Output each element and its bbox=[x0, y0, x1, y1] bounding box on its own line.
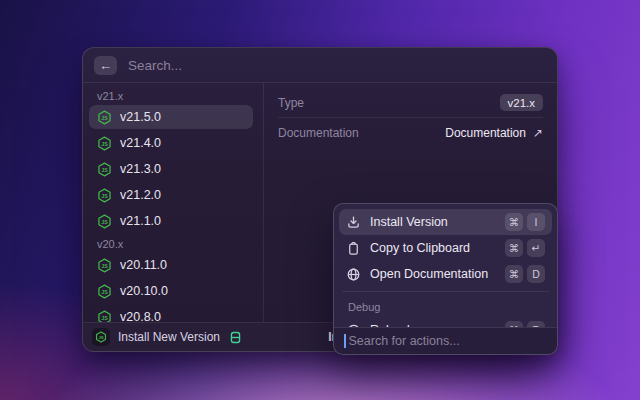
svg-text:JS: JS bbox=[101, 262, 108, 268]
nodejs-icon: JS bbox=[97, 258, 112, 273]
version-list: v21.x JS v21.5.0 JS v21.4.0 JS v21.3.0 bbox=[83, 83, 263, 322]
search-header: ← bbox=[83, 48, 557, 83]
debug-section-header: Debug bbox=[339, 296, 552, 317]
command-title: Install New Version bbox=[118, 330, 220, 344]
type-value-badge: v21.x bbox=[500, 94, 544, 111]
search-input[interactable] bbox=[128, 58, 546, 73]
nodejs-icon: JS bbox=[97, 214, 112, 229]
svg-text:JS: JS bbox=[101, 218, 108, 224]
install-drive-icon bbox=[228, 330, 243, 345]
shortcut-keys: ⌘ ↵ bbox=[505, 239, 545, 257]
version-label: v20.10.0 bbox=[120, 284, 168, 298]
svg-text:JS: JS bbox=[101, 140, 108, 146]
command-palette-window: ← v21.x JS v21.5.0 JS v21.4.0 JS bbox=[82, 47, 558, 352]
svg-text:JS: JS bbox=[101, 192, 108, 198]
list-item-version[interactable]: JS v21.5.0 bbox=[89, 105, 253, 129]
action-label: Copy to Clipboard bbox=[370, 241, 470, 255]
version-label: v21.1.0 bbox=[120, 214, 161, 228]
list-item-version[interactable]: JS v20.8.0 bbox=[89, 305, 253, 322]
download-icon bbox=[346, 215, 361, 230]
actions-list: Install Version ⌘ I Copy to Clipboard ⌘ … bbox=[334, 204, 557, 327]
version-label: v20.11.0 bbox=[120, 258, 167, 272]
key-d: D bbox=[527, 265, 545, 283]
action-item-install-version[interactable]: Install Version ⌘ I bbox=[339, 209, 552, 235]
list-item-version[interactable]: JS v21.4.0 bbox=[89, 131, 253, 155]
version-label: v21.3.0 bbox=[120, 162, 161, 176]
action-label: Open Documentation bbox=[370, 267, 488, 281]
clipboard-icon bbox=[346, 241, 361, 256]
actions-search-placeholder: Search for actions... bbox=[349, 334, 460, 348]
version-label: v21.5.0 bbox=[120, 110, 161, 124]
metadata-row-type: Type v21.x bbox=[278, 90, 543, 115]
extension-icon: JS bbox=[92, 328, 110, 346]
action-label: Install Version bbox=[370, 215, 448, 229]
command-key: ⌘ bbox=[505, 265, 523, 283]
nodejs-icon: JS bbox=[97, 284, 112, 299]
svg-text:JS: JS bbox=[98, 335, 103, 340]
type-label: Type bbox=[278, 96, 304, 110]
actions-overlay-panel: Install Version ⌘ I Copy to Clipboard ⌘ … bbox=[333, 203, 558, 355]
list-item-version[interactable]: JS v20.11.0 bbox=[89, 253, 253, 277]
list-item-version[interactable]: JS v21.1.0 bbox=[89, 209, 253, 233]
section-header-v20: v20.x bbox=[89, 235, 253, 253]
metadata-row-documentation: Documentation Documentation ↗ bbox=[278, 120, 543, 145]
version-label: v21.4.0 bbox=[120, 136, 161, 150]
action-item-reload[interactable]: Reload ⌘ R bbox=[339, 317, 552, 327]
list-item-version[interactable]: JS v20.10.0 bbox=[89, 279, 253, 303]
svg-text:JS: JS bbox=[101, 314, 108, 320]
nodejs-icon: JS bbox=[97, 188, 112, 203]
back-arrow-icon: ← bbox=[99, 58, 112, 73]
globe-icon bbox=[346, 267, 361, 282]
nodejs-icon: JS bbox=[97, 136, 112, 151]
actions-search-field[interactable]: Search for actions... bbox=[334, 327, 557, 354]
section-header-v21: v21.x bbox=[89, 87, 253, 105]
back-button[interactable]: ← bbox=[94, 56, 117, 75]
svg-text:JS: JS bbox=[101, 288, 108, 294]
version-label: v20.8.0 bbox=[120, 310, 161, 322]
key-i: I bbox=[527, 213, 545, 231]
command-key: ⌘ bbox=[505, 239, 523, 257]
nodejs-icon: JS bbox=[97, 310, 112, 323]
list-item-version[interactable]: JS v21.2.0 bbox=[89, 183, 253, 207]
metadata-divider bbox=[278, 117, 543, 118]
return-key: ↵ bbox=[527, 239, 545, 257]
actions-section-divider bbox=[342, 291, 549, 292]
shortcut-keys: ⌘ D bbox=[505, 265, 545, 283]
documentation-link[interactable]: Documentation ↗ bbox=[445, 126, 543, 140]
action-item-open-documentation[interactable]: Open Documentation ⌘ D bbox=[339, 261, 552, 287]
nodejs-icon: JS bbox=[97, 162, 112, 177]
nodejs-icon: JS bbox=[97, 110, 112, 125]
shortcut-keys: ⌘ I bbox=[505, 213, 545, 231]
command-key: ⌘ bbox=[505, 213, 523, 231]
version-label: v21.2.0 bbox=[120, 188, 161, 202]
svg-text:JS: JS bbox=[101, 166, 108, 172]
text-caret bbox=[344, 334, 346, 348]
documentation-label: Documentation bbox=[278, 126, 359, 140]
external-link-icon: ↗ bbox=[533, 126, 543, 140]
palette-body: v21.x JS v21.5.0 JS v21.4.0 JS v21.3.0 bbox=[83, 83, 557, 322]
action-item-copy-to-clipboard[interactable]: Copy to Clipboard ⌘ ↵ bbox=[339, 235, 552, 261]
svg-text:JS: JS bbox=[101, 114, 108, 120]
list-item-version[interactable]: JS v21.3.0 bbox=[89, 157, 253, 181]
